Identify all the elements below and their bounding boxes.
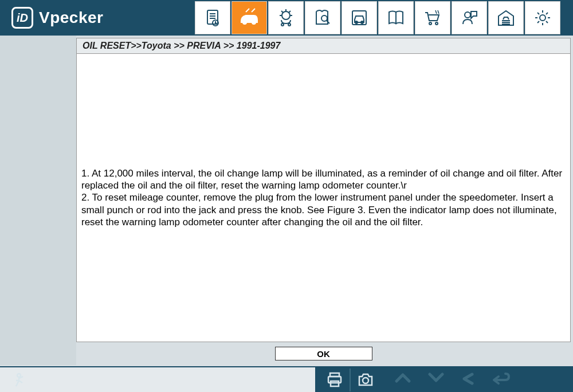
svg-point-7	[282, 11, 290, 19]
svg-point-17	[465, 12, 470, 18]
svg-rect-22	[331, 381, 339, 386]
back-icon[interactable]	[461, 372, 476, 388]
garage-icon[interactable]	[488, 1, 524, 34]
separator	[350, 369, 351, 391]
ok-button[interactable]: OK	[275, 347, 372, 360]
instruction-line-2: 2. To reset mileage counter, remove the …	[81, 191, 566, 228]
app-header: iD Vpecker	[0, 0, 573, 36]
svg-point-18	[540, 15, 545, 21]
cart-icon[interactable]	[415, 1, 450, 34]
svg-point-19	[17, 374, 21, 377]
breadcrumb: OIL RESET>>Toyota >> PREVIA >> 1991-1997	[76, 38, 571, 54]
vehicle-icon[interactable]	[342, 1, 377, 34]
settings-icon[interactable]	[525, 1, 560, 34]
support-icon[interactable]	[452, 1, 487, 34]
svg-point-9	[288, 23, 291, 26]
button-row: OK	[76, 342, 571, 365]
top-toolbar	[195, 0, 562, 36]
return-icon[interactable]	[492, 372, 511, 388]
footer-bar	[0, 366, 573, 392]
logo-area: iD Vpecker	[0, 0, 195, 36]
nav-controls	[394, 372, 511, 388]
svg-point-10	[321, 15, 327, 21]
document-icon[interactable]	[195, 1, 230, 34]
engine-icon[interactable]	[268, 1, 304, 34]
main-area: OIL RESET>>Toyota >> PREVIA >> 1991-1997…	[0, 36, 573, 366]
search-manual-icon[interactable]	[305, 1, 340, 34]
footer-left	[0, 367, 315, 392]
svg-point-15	[429, 22, 431, 25]
app-name: Vpecker	[39, 9, 103, 27]
left-sidebar	[0, 36, 76, 365]
up-icon[interactable]	[394, 372, 411, 388]
instruction-line-1: 1. At 12,000 miles interval, the oil cha…	[81, 167, 566, 192]
svg-point-5	[243, 21, 246, 24]
svg-point-23	[363, 378, 368, 383]
exit-icon[interactable]	[11, 370, 31, 390]
svg-point-8	[281, 23, 284, 26]
car-diagnostic-icon[interactable]	[231, 1, 267, 34]
footer-right	[315, 367, 573, 392]
logo-icon: iD	[11, 7, 33, 29]
print-icon[interactable]	[325, 371, 344, 389]
camera-icon[interactable]	[356, 371, 375, 389]
svg-point-16	[435, 22, 438, 25]
book-icon[interactable]	[378, 1, 414, 34]
instruction-panel: 1. At 12,000 miles interval, the oil cha…	[76, 54, 571, 342]
svg-point-6	[252, 21, 256, 24]
down-icon[interactable]	[427, 372, 445, 388]
content-area: OIL RESET>>Toyota >> PREVIA >> 1991-1997…	[76, 36, 573, 365]
